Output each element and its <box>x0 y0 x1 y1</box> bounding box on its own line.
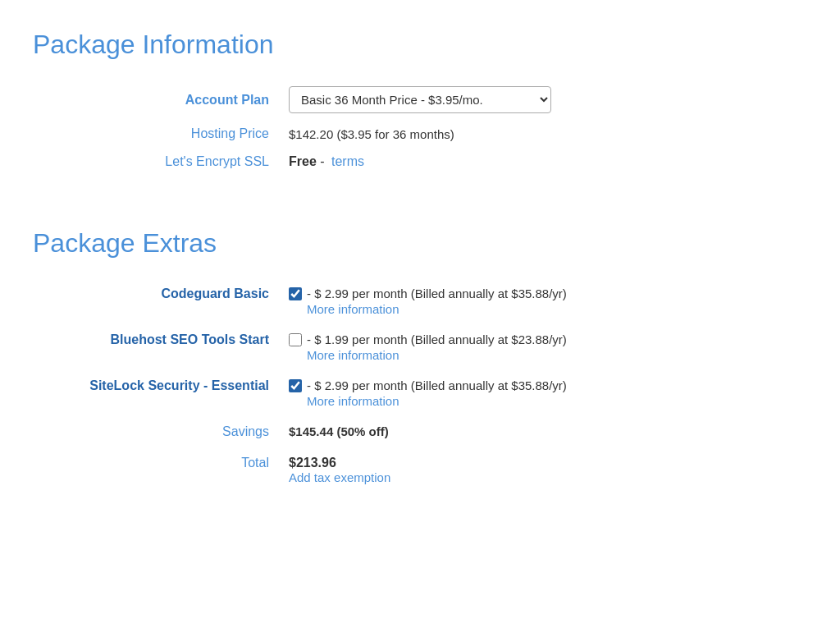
account-plan-value-cell: Basic 36 Month Price - $3.95/mo. Basic 1… <box>279 80 807 120</box>
savings-value: $145.44 (50% off) <box>279 416 807 447</box>
seo-tools-checkbox[interactable] <box>289 333 302 346</box>
sitelock-label: SiteLock Security - Essential <box>33 370 279 416</box>
sitelock-billing-line: - $ 2.99 per month (Billed annually at $… <box>289 378 797 392</box>
package-extras-title: Package Extras <box>33 228 807 259</box>
hosting-price-value: $142.20 ($3.95 for 36 months) <box>279 120 807 148</box>
savings-label: Savings <box>33 416 279 447</box>
seo-tools-row: Bluehost SEO Tools Start - $ 1.99 per mo… <box>33 324 807 370</box>
section-divider <box>33 189 807 215</box>
total-value: $213.96 <box>289 456 797 470</box>
ssl-terms-link[interactable]: terms <box>331 154 364 168</box>
savings-row: Savings $145.44 (50% off) <box>33 416 807 447</box>
codeguard-more-info-link[interactable]: More information <box>307 302 797 316</box>
total-value-cell: $213.96 Add tax exemption <box>279 447 807 493</box>
seo-tools-more-info-link[interactable]: More information <box>307 348 797 362</box>
ssl-free-text: Free <box>289 154 317 168</box>
total-label: Total <box>33 447 279 493</box>
ssl-value-cell: Free - terms <box>279 148 807 176</box>
package-information-title: Package Information <box>33 30 807 60</box>
ssl-dash: - <box>317 154 328 168</box>
ssl-row: Let's Encrypt SSL Free - terms <box>33 148 807 176</box>
sitelock-billing-text: - $ 2.99 per month (Billed annually at $… <box>307 378 567 392</box>
seo-tools-value-cell: - $ 1.99 per month (Billed annually at $… <box>279 324 807 370</box>
codeguard-billing-text: - $ 2.99 per month (Billed annually at $… <box>307 286 567 300</box>
seo-tools-label: Bluehost SEO Tools Start <box>33 324 279 370</box>
add-tax-link[interactable]: Add tax exemption <box>289 470 390 484</box>
total-row: Total $213.96 Add tax exemption <box>33 447 807 493</box>
package-extras-table: Codeguard Basic - $ 2.99 per month (Bill… <box>33 278 807 493</box>
account-plan-label: Account Plan <box>33 80 279 120</box>
codeguard-billing-line: - $ 2.99 per month (Billed annually at $… <box>289 286 797 300</box>
codeguard-value-cell: - $ 2.99 per month (Billed annually at $… <box>279 278 807 324</box>
seo-tools-billing-line: - $ 1.99 per month (Billed annually at $… <box>289 332 797 346</box>
account-plan-select[interactable]: Basic 36 Month Price - $3.95/mo. Basic 1… <box>289 86 551 113</box>
package-info-table: Account Plan Basic 36 Month Price - $3.9… <box>33 80 807 176</box>
codeguard-checkbox[interactable] <box>289 287 302 300</box>
seo-tools-content: - $ 1.99 per month (Billed annually at $… <box>289 332 797 362</box>
hosting-price-label: Hosting Price <box>33 120 279 148</box>
codeguard-content: - $ 2.99 per month (Billed annually at $… <box>289 286 797 316</box>
sitelock-row: SiteLock Security - Essential - $ 2.99 p… <box>33 370 807 416</box>
ssl-label: Let's Encrypt SSL <box>33 148 279 176</box>
seo-tools-billing-text: - $ 1.99 per month (Billed annually at $… <box>307 332 567 346</box>
sitelock-more-info-link[interactable]: More information <box>307 394 797 408</box>
sitelock-value-cell: - $ 2.99 per month (Billed annually at $… <box>279 370 807 416</box>
hosting-price-row: Hosting Price $142.20 ($3.95 for 36 mont… <box>33 120 807 148</box>
sitelock-checkbox[interactable] <box>289 379 302 392</box>
account-plan-row: Account Plan Basic 36 Month Price - $3.9… <box>33 80 807 120</box>
codeguard-row: Codeguard Basic - $ 2.99 per month (Bill… <box>33 278 807 324</box>
sitelock-content: - $ 2.99 per month (Billed annually at $… <box>289 378 797 408</box>
codeguard-label: Codeguard Basic <box>33 278 279 324</box>
